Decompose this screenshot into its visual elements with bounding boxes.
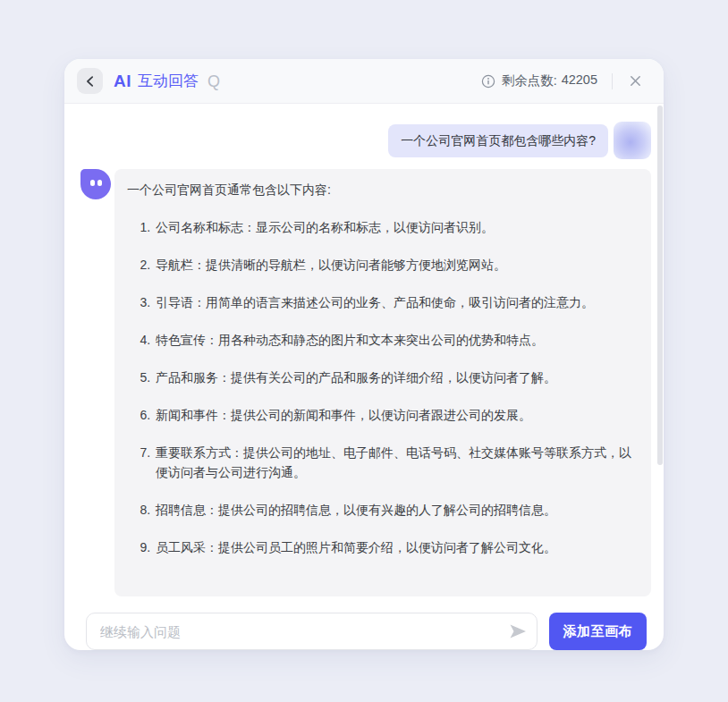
list-item: 新闻和事件：提供公司的新闻和事件，以便访问者跟进公司的发展。 [154, 405, 635, 425]
list-item: 特色宣传：用各种动态和静态的图片和文本来突出公司的优势和特点。 [154, 330, 635, 350]
question-input-wrap [86, 613, 538, 650]
send-arrow-icon [507, 621, 529, 642]
close-button[interactable] [627, 72, 644, 89]
list-item: 导航栏：提供清晰的导航栏，以便访问者能够方便地浏览网站。 [154, 255, 635, 275]
chevron-left-icon [84, 75, 97, 88]
input-bar: 添加至画布 [64, 602, 664, 650]
user-avatar [614, 122, 651, 159]
avatar-eye [90, 180, 95, 186]
panel-title: 互动回答 [138, 71, 199, 91]
list-item: 公司名称和标志：显示公司的名称和标志，以便访问者识别。 [154, 217, 635, 237]
scrollbar[interactable] [657, 106, 663, 465]
back-button[interactable] [77, 68, 103, 94]
user-message-row: 一个公司官网首页都包含哪些内容? [80, 122, 651, 159]
assistant-avatar [80, 169, 111, 199]
answer-list: 公司名称和标志：显示公司的名称和标志，以便访问者识别。 导航栏：提供清晰的导航栏… [127, 217, 635, 557]
list-item: 重要联系方式：提供公司的地址、电子邮件、电话号码、社交媒体账号等联系方式，以便访… [154, 443, 635, 482]
user-message-bubble: 一个公司官网首页都包含哪些内容? [388, 124, 608, 157]
list-item: 产品和服务：提供有关公司的产品和服务的详细介绍，以便访问者了解。 [154, 368, 635, 387]
panel-header: AI 互动回答 Q 剩余点数: 42205 [64, 59, 664, 104]
list-item: 员工风采：提供公司员工的照片和简要介绍，以便访问者了解公司文化。 [154, 537, 635, 557]
list-item: 引导语：用简单的语言来描述公司的业务、产品和使命，吸引访问者的注意力。 [154, 292, 635, 312]
avatar-eye [97, 180, 102, 186]
list-item: 招聘信息：提供公司的招聘信息，以便有兴趣的人了解公司的招聘信息。 [154, 500, 635, 520]
points-label: 剩余点数: [502, 72, 557, 89]
chat-area: 一个公司官网首页都包含哪些内容? 一个公司官网首页通常包含以下内容: 公司名称和… [64, 104, 664, 602]
q-letter-icon: Q [207, 73, 220, 89]
add-to-canvas-button[interactable]: 添加至画布 [549, 613, 648, 650]
assistant-message-bubble: 一个公司官网首页通常包含以下内容: 公司名称和标志：显示公司的名称和标志，以便访… [114, 169, 651, 596]
question-input[interactable] [86, 613, 538, 650]
points-value: 42205 [562, 72, 597, 89]
brand-label: AI [114, 72, 131, 91]
info-icon[interactable] [481, 74, 495, 89]
assistant-message-row: 一个公司官网首页通常包含以下内容: 公司名称和标志：显示公司的名称和标志，以便访… [80, 169, 651, 596]
close-icon [629, 74, 642, 88]
answer-intro: 一个公司官网首页通常包含以下内容: [127, 180, 635, 199]
header-right-group: 剩余点数: 42205 [481, 72, 644, 89]
header-divider [612, 73, 613, 89]
send-button[interactable] [505, 619, 530, 644]
points-remaining: 剩余点数: 42205 [502, 72, 597, 89]
ai-chat-panel: AI 互动回答 Q 剩余点数: 42205 [64, 59, 664, 650]
